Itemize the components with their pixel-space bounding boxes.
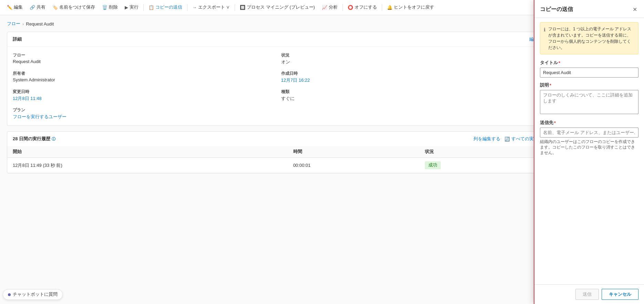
recipient-required-star: * [554, 121, 556, 125]
toolbar-divider-4 [343, 4, 343, 11]
process-mining-icon: 🔲 [240, 5, 245, 10]
status-badge: 成功 [425, 161, 441, 169]
chatbot-label: チャットボットに質問 [13, 292, 58, 297]
history-actions: 列を編集する 🔄 すべての実行 [473, 136, 538, 142]
description-field-label: 説明 * [540, 82, 638, 88]
detail-grid: フロー Request Audit 状況 オン 所有者 System Admin… [13, 52, 538, 120]
history-card: 28 日間の実行履歴 ⓘ 列を編集する 🔄 すべての実行 開始 [7, 131, 544, 173]
row-start: 12月8日 11:49 (33 秒 前) [7, 158, 288, 173]
breadcrumb-separator: › [22, 21, 24, 27]
col-duration: 時間 [288, 146, 419, 158]
breadcrumb-current: Request Audit [26, 21, 54, 27]
flow-value: Request Audit [13, 59, 270, 64]
send-button[interactable]: 送信 [575, 289, 599, 300]
col-start: 開始 [7, 146, 288, 158]
description-field-group: 説明 * [540, 82, 638, 115]
panel-body: ℹ フローには、1 つ以上の電子メール アドレスが含まれています。コピーを送信す… [534, 18, 644, 284]
run-icon: ▶ [125, 5, 128, 10]
history-info-icon[interactable]: ⓘ [52, 136, 55, 142]
run-button[interactable]: ▶ 実行 [122, 3, 141, 12]
export-icon: → [192, 5, 197, 10]
run-all-link[interactable]: 🔄 すべての実行 [504, 136, 538, 142]
detail-created: 作成日時 12月7日 16:22 [281, 71, 539, 83]
detail-plan: プラン フローを実行するユーザー [13, 107, 270, 120]
breadcrumb: フロー › Request Audit [7, 21, 544, 27]
process-mining-button[interactable]: 🔲 プロセス マイニング (プレビュー) [237, 3, 317, 12]
hints-off-icon: 🔔 [387, 5, 392, 10]
save-as-icon: 🏷️ [52, 5, 58, 10]
main-content: フロー › Request Audit 詳細 編集 フロー Request Au… [0, 15, 551, 304]
detail-card: 詳細 編集 フロー Request Audit 状況 オン [7, 32, 544, 126]
edit-icon: ✏️ [7, 5, 12, 10]
toolbar-divider-5 [382, 4, 382, 11]
delete-button[interactable]: 🗑️ 削除 [99, 3, 121, 12]
status-value: オン [281, 59, 539, 65]
send-copy-panel: コピーの送信 ✕ ℹ フローには、1 つ以上の電子メール アドレスが含まれていま… [534, 0, 644, 304]
detail-card-body: フロー Request Audit 状況 オン 所有者 System Admin… [7, 47, 544, 125]
analysis-button[interactable]: 📈 分析 [319, 3, 340, 12]
warning-icon: ℹ [544, 26, 545, 51]
toolbar-divider [143, 4, 144, 11]
turn-off-button[interactable]: ⭕ オフにする [345, 3, 380, 12]
modified-label: 変更日時 [13, 89, 270, 95]
chatbot-button[interactable]: チャットボットに質問 [3, 289, 63, 300]
owner-value: System Administrator [13, 77, 270, 82]
cancel-button[interactable]: キャンセル [602, 289, 638, 300]
title-input[interactable] [540, 68, 638, 78]
col-status: 状況 [419, 146, 544, 158]
detail-card-header: 詳細 編集 [7, 32, 544, 47]
recipient-field-group: 送信先 * 組織内のユーザーはこのフローのコピーを作成できます。コピーしたこのフ… [540, 120, 638, 155]
created-value: 12月7日 16:22 [281, 77, 539, 83]
panel-footer: 送信 キャンセル [534, 284, 644, 304]
owner-label: 所有者 [13, 71, 270, 77]
recipient-field-label: 送信先 * [540, 120, 638, 126]
edit-button[interactable]: ✏️ 編集 [4, 3, 25, 12]
type-label: 種類 [281, 89, 539, 95]
modified-value: 12月8日 11:48 [13, 95, 270, 102]
table-row[interactable]: 12月8日 11:49 (33 秒 前) 00:00:01 成功 [7, 158, 544, 173]
recipient-hint: 組織内のユーザーはこのフローのコピーを作成できます。コピーしたこのフローを取り消… [540, 139, 638, 155]
hints-off-button[interactable]: 🔔 ヒントをオフに戻す [384, 3, 437, 12]
toolbar-divider-2 [187, 4, 187, 11]
delete-icon: 🗑️ [102, 5, 108, 10]
desc-required-star: * [550, 83, 551, 88]
plan-value: フローを実行するユーザー [13, 114, 270, 120]
type-value: すぐに [281, 95, 539, 102]
detail-type: 種類 すぐに [281, 89, 539, 102]
history-table: 開始 時間 状況 12月8日 11:49 (33 秒 前) 00:00:01 成… [7, 146, 544, 173]
recipient-input[interactable] [540, 128, 638, 138]
created-label: 作成日時 [281, 71, 539, 77]
description-textarea[interactable] [540, 90, 638, 114]
flow-label: フロー [13, 52, 270, 58]
panel-header: コピーの送信 ✕ [534, 0, 644, 18]
refresh-icon: 🔄 [504, 136, 510, 142]
row-duration: 00:00:01 [288, 158, 419, 173]
detail-status: 状況 オン [281, 52, 539, 65]
status-label: 状況 [281, 52, 539, 58]
plan-label: プラン [13, 107, 270, 113]
panel-title: コピーの送信 [540, 6, 573, 13]
history-title: 28 日間の実行履歴 ⓘ [13, 136, 55, 142]
chatbot-dot [8, 293, 11, 296]
toolbar-divider-3 [235, 4, 235, 11]
detail-modified: 変更日時 12月8日 11:48 [13, 89, 270, 102]
share-button[interactable]: 🔗 共有 [27, 3, 48, 12]
send-copy-button[interactable]: 📋 コピーの送信 [146, 3, 185, 12]
edit-columns-link[interactable]: 列を編集する [473, 136, 500, 142]
warning-box: ℹ フローには、1 つ以上の電子メール アドレスが含まれています。コピーを送信す… [540, 22, 638, 54]
share-icon: 🔗 [30, 5, 35, 10]
analysis-icon: 📈 [322, 5, 327, 10]
title-field-group: タイトル * [540, 60, 638, 78]
title-field-label: タイトル * [540, 60, 638, 66]
detail-card-title: 詳細 [13, 36, 22, 42]
export-button[interactable]: → エクスポート ∨ [190, 3, 233, 12]
panel-close-button[interactable]: ✕ [631, 6, 638, 13]
turn-off-icon: ⭕ [348, 5, 353, 10]
detail-owner: 所有者 System Administrator [13, 71, 270, 83]
warning-text: フローには、1 つ以上の電子メール アドレスが含まれています。コピーを送信する前… [548, 26, 635, 51]
breadcrumb-parent[interactable]: フロー [7, 21, 20, 27]
title-required-star: * [559, 61, 560, 65]
row-status: 成功 [419, 158, 544, 173]
save-as-button[interactable]: 🏷️ 名前をつけて保存 [50, 3, 98, 12]
send-copy-icon: 📋 [149, 5, 154, 10]
